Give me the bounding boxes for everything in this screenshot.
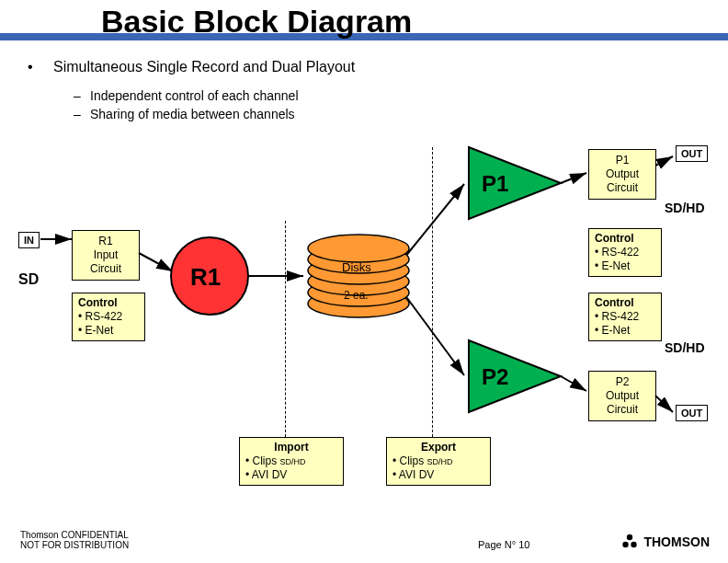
- slide-title: Basic Block Diagram: [101, 4, 412, 40]
- logo-icon: [621, 534, 638, 550]
- slide: Basic Block Diagram • Simultaneous Singl…: [0, 0, 728, 563]
- p1-output-circuit-box: P1 Output Circuit: [588, 149, 656, 200]
- svg-point-20: [308, 235, 409, 262]
- p2-ctrl-l3: • E-Net: [595, 324, 655, 338]
- svg-point-25: [631, 542, 637, 547]
- svg-point-13: [171, 237, 248, 315]
- import-box: Import • Clips SD/HD • AVI DV: [239, 437, 344, 486]
- p2-control-box: Control • RS-422 • E-Net: [588, 293, 662, 341]
- r1-ctrl-l1: Control: [78, 296, 139, 310]
- out-tag-1: OUT: [676, 145, 708, 162]
- dash-2-text: Sharing of media between channels: [90, 107, 295, 121]
- svg-line-12: [655, 396, 673, 412]
- export-l2: • Clips SD/HD: [392, 454, 484, 468]
- p2-ctrl-l1: Control: [595, 296, 655, 310]
- footer-l2: NOT FOR DISTRIBUTION: [20, 540, 129, 550]
- r1-input-circuit-box: R1 Input Circuit: [72, 230, 140, 281]
- import-l1: Import: [245, 441, 337, 454]
- export-l3: • AVI DV: [392, 468, 484, 482]
- svg-point-16: [308, 279, 409, 306]
- p2-out-l1: P2: [595, 375, 650, 389]
- svg-line-9: [561, 173, 586, 183]
- dash-1-marker: –: [74, 88, 81, 103]
- p2-out-l3: Circuit: [595, 403, 650, 417]
- r1-control-box: Control • RS-422 • E-Net: [72, 293, 145, 341]
- footer-confidential: Thomson CONFIDENTIAL NOT FOR DISTRIBUTIO…: [20, 530, 129, 550]
- svg-line-1: [139, 253, 173, 271]
- svg-text:2 ea.: 2 ea.: [344, 289, 369, 302]
- export-box: Export • Clips SD/HD • AVI DV: [386, 437, 491, 486]
- p1-out-l2: Output: [595, 167, 650, 181]
- svg-point-18: [308, 257, 409, 284]
- r1-input-l1: R1: [78, 235, 133, 248]
- p1-ctrl-l2: • RS-422: [595, 246, 655, 259]
- svg-point-17: [308, 268, 409, 295]
- sd-tag: SD: [18, 271, 39, 288]
- page-number: Page N° 10: [478, 539, 529, 550]
- p1-out-l3: Circuit: [595, 181, 650, 195]
- import-l3: • AVI DV: [245, 468, 337, 482]
- footer-l1: Thomson CONFIDENTIAL: [20, 530, 129, 540]
- in-tag: IN: [18, 232, 40, 248]
- p1-out-l1: P1: [595, 154, 650, 167]
- sdhd-label-1: SD/HD: [665, 201, 705, 215]
- import-l2: • Clips SD/HD: [245, 454, 337, 468]
- svg-marker-5: [469, 340, 561, 412]
- export-l1: Export: [392, 441, 484, 454]
- bullet-dot: •: [28, 59, 33, 75]
- p1-control-box: Control • RS-422 • E-Net: [588, 228, 662, 277]
- p2-ctrl-l2: • RS-422: [595, 310, 655, 324]
- dash-2-marker: –: [74, 107, 81, 121]
- sdhd-label-2: SD/HD: [665, 340, 705, 355]
- svg-point-19: [308, 246, 409, 273]
- svg-point-23: [627, 534, 632, 540]
- out-tag-2: OUT: [676, 405, 708, 421]
- svg-marker-3: [469, 147, 561, 219]
- dashed-line-1: [285, 221, 286, 437]
- svg-line-8: [404, 294, 464, 375]
- thomson-logo: THOMSON: [621, 534, 710, 550]
- p1-ctrl-l3: • E-Net: [595, 259, 655, 273]
- r1-ctrl-l3: • E-Net: [78, 324, 139, 338]
- svg-line-7: [404, 184, 464, 258]
- logo-text: THOMSON: [643, 534, 710, 549]
- svg-line-10: [561, 376, 586, 391]
- svg-text:P2: P2: [482, 364, 508, 389]
- bullet-text: Simultaneous Single Record and Dual Play…: [53, 59, 355, 75]
- svg-point-15: [308, 290, 409, 317]
- dashed-line-2: [432, 147, 433, 437]
- p1-ctrl-l1: Control: [595, 232, 655, 246]
- r1-input-l2: Input: [78, 248, 133, 262]
- svg-text:R1: R1: [190, 263, 221, 291]
- diagram-svg: P1 P2 R1 Disks 2 ea.: [0, 0, 728, 563]
- svg-text:P1: P1: [482, 171, 508, 196]
- p2-out-l2: Output: [595, 389, 650, 403]
- dash-1-text: Independent control of each channel: [90, 88, 299, 103]
- p2-output-circuit-box: P2 Output Circuit: [588, 371, 656, 421]
- svg-text:Disks: Disks: [342, 260, 371, 274]
- r1-input-l3: Circuit: [78, 262, 133, 276]
- svg-point-24: [623, 542, 629, 547]
- svg-line-11: [655, 156, 673, 166]
- r1-ctrl-l2: • RS-422: [78, 310, 139, 324]
